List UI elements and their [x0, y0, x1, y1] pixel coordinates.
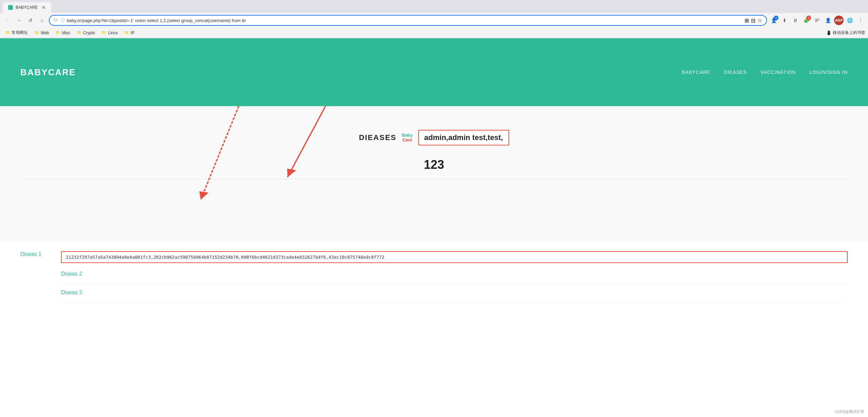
- bookmark-常用网址[interactable]: 📁 常用网址: [3, 29, 31, 36]
- folder-icon: 📁: [56, 31, 60, 35]
- post-number: 123: [20, 158, 848, 172]
- mobile-bookmarks[interactable]: 📱 移动设备上的书签: [826, 30, 865, 36]
- bookmarks-bar: 📁 常用网址 📁 Web 📁 Misc 📁 Crypto 📁 Linux 📁 I…: [0, 28, 868, 38]
- bookmark-label: Web: [41, 31, 49, 35]
- bookmark-ip[interactable]: 📁 IP: [122, 30, 137, 36]
- bookmark-label: Linux: [108, 31, 118, 35]
- bookmark-label: Misc: [62, 31, 70, 35]
- ip-btn[interactable]: IP: [812, 16, 822, 25]
- security-icon: 🛡: [54, 18, 58, 23]
- address-bar-container[interactable]: 🛡 📄 ⊞ ⊟ ☆: [49, 15, 767, 26]
- back-button[interactable]: ←: [3, 16, 12, 25]
- disease-item-2[interactable]: Diseas 2: [61, 265, 848, 283]
- folder-icon: 📁: [77, 31, 82, 35]
- disease-list: Diseas 1 21232f297a57a5a743894a0e4a801fc…: [0, 242, 868, 305]
- folder-icon: 📁: [35, 31, 39, 35]
- logo-care: Care: [402, 138, 412, 142]
- qr-icon[interactable]: ⊞: [745, 17, 749, 24]
- badge-btn-2[interactable]: 👤 2: [769, 16, 778, 25]
- site-header: BABYCARE BABYCARE DIEASES VACCINATION LO…: [0, 38, 868, 106]
- bookmark-label: IP: [131, 31, 134, 35]
- page-icon: 📄: [60, 18, 65, 23]
- browser-chrome: BABYCARE ✕ ← → ↺ ⌂ 🛡 📄 ⊞ ⊟ ☆ 👤 2 ⬇ ⏸ 🧩 6: [0, 0, 868, 38]
- disease-item-1[interactable]: Diseas 1: [20, 245, 54, 263]
- nav-vaccination[interactable]: VACCINATION: [760, 70, 796, 75]
- site-logo: BABYCARE: [20, 67, 76, 78]
- bookmark-crypto[interactable]: 📁 Crypto: [74, 30, 98, 36]
- badge-btn-ext[interactable]: 🧩 6: [802, 16, 811, 25]
- badge-count-2: 2: [774, 16, 778, 20]
- nav-dieases[interactable]: DIEASES: [724, 70, 747, 75]
- post-area: DIEASES Baby Care admin,admin test,test,: [20, 120, 848, 152]
- nav-babycare[interactable]: BABYCARE: [682, 70, 710, 75]
- tab-close-button[interactable]: ✕: [42, 5, 46, 10]
- translate-icon[interactable]: ⊟: [751, 17, 755, 24]
- forward-button[interactable]: →: [14, 16, 24, 25]
- injected-text: admin,admin test,test,: [424, 133, 503, 142]
- content-divider: [20, 179, 848, 179]
- main-body: DIEASES Baby Care admin,admin test,test,…: [0, 106, 868, 242]
- folder-icon: 📁: [102, 31, 107, 35]
- mobile-icon: 📱: [826, 31, 831, 35]
- folder-icon: 📁: [5, 31, 10, 35]
- site-logo-small: Baby Care: [402, 133, 413, 143]
- disease-item-3[interactable]: Diseas 3: [61, 283, 848, 302]
- tab-bar: BABYCARE ✕: [0, 0, 868, 13]
- nav-login[interactable]: LOGIN/SIGN IN: [809, 70, 848, 75]
- bookmark-label: 常用网址: [12, 30, 28, 36]
- browser-toolbar: ← → ↺ ⌂ 🛡 📄 ⊞ ⊟ ☆ 👤 2 ⬇ ⏸ 🧩 6 IP 👤 ABP: [0, 13, 868, 28]
- site-nav: BABYCARE DIEASES VACCINATION LOGIN/SIGN …: [682, 70, 848, 75]
- toolbar-right: 👤 2 ⬇ ⏸ 🧩 6 IP 👤 ABP 🌐 ⋮: [769, 16, 865, 25]
- mobile-bookmarks-label: 移动设备上的书签: [833, 30, 865, 36]
- hash-result-bar: 21232f297a57a5a743894a0e4a801fc3,202cb96…: [61, 251, 848, 263]
- translate-btn[interactable]: 🌐: [845, 16, 854, 25]
- home-button[interactable]: ⌂: [37, 16, 47, 25]
- tab-title: BABYCARE: [16, 5, 38, 10]
- bookmark-web[interactable]: 📁 Web: [32, 30, 52, 36]
- page-content: BABYCARE BABYCARE DIEASES VACCINATION LO…: [0, 38, 868, 305]
- badge-count-ext: 6: [806, 16, 811, 20]
- download-icon-btn[interactable]: ⬇: [780, 16, 789, 25]
- post-title: DIEASES: [359, 133, 397, 142]
- injected-result-box: admin,admin test,test,: [418, 130, 509, 145]
- bookmark-label: Crypto: [83, 31, 95, 35]
- address-bar-input[interactable]: [67, 18, 742, 23]
- pause-icon-btn[interactable]: ⏸: [791, 16, 800, 25]
- browser-tab[interactable]: BABYCARE ✕: [3, 2, 51, 13]
- reload-button[interactable]: ↺: [26, 16, 35, 25]
- menu-btn[interactable]: ⋮: [856, 16, 865, 25]
- bookmark-linux[interactable]: 📁 Linux: [99, 30, 120, 36]
- tab-favicon: [8, 5, 13, 10]
- folder-icon: 📁: [124, 31, 129, 35]
- profile-icon[interactable]: 👤: [823, 16, 833, 25]
- bookmark-misc[interactable]: 📁 Misc: [53, 30, 73, 36]
- bookmark-star-icon[interactable]: ☆: [757, 17, 762, 24]
- logo-baby: Baby: [402, 133, 413, 138]
- abp-avatar[interactable]: ABP: [834, 16, 844, 25]
- disease-row-1: Diseas 1 21232f297a57a5a743894a0e4a801fc…: [20, 245, 848, 263]
